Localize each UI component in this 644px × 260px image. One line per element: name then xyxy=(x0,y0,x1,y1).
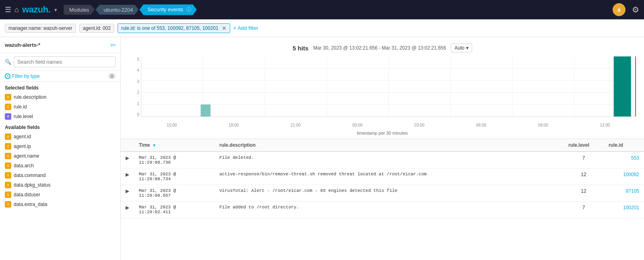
menu-icon[interactable]: ☰ xyxy=(5,5,11,14)
expand-icon[interactable]: ▶ xyxy=(126,155,129,161)
th-rule-id: rule.id xyxy=(604,139,644,152)
data-table: Time ▼ rule.description rule.level rule.… xyxy=(121,139,644,218)
field-rule-id[interactable]: t rule.id xyxy=(0,102,120,112)
x-label-3: 00:00 xyxy=(326,123,388,127)
field-type-t-icon: t xyxy=(5,182,11,188)
field-type-hash-icon: # xyxy=(5,113,11,120)
main-layout: wazuh-alerts-* ⇦ 🔍 ≡ Filter by type 0 Se… xyxy=(0,37,644,260)
filter-rule-id-close[interactable]: ✕ xyxy=(222,25,227,31)
nav-chevron-icon[interactable]: ▾ xyxy=(54,7,57,13)
breadcrumb-agent[interactable]: ubuntu-2204 xyxy=(95,5,138,15)
filter-type-button[interactable]: ≡ Filter by type xyxy=(5,73,40,79)
svg-rect-12 xyxy=(200,104,211,116)
field-data-dpkg[interactable]: t data.dpkg_status xyxy=(0,180,120,190)
field-data-extra[interactable]: t data.extra_data xyxy=(0,200,120,209)
breadcrumb-modules[interactable]: Modules xyxy=(64,5,95,15)
table-body: ▶ Mar 31, 2023 @ 11:29:08.736 File delet… xyxy=(121,152,644,218)
chart-header: 5 hits Mar 30, 2023 @ 13:02:21.656 - Mar… xyxy=(129,44,636,52)
table-row: ▶ Mar 31, 2023 @ 11:29:08.734 active-res… xyxy=(121,168,644,185)
cell-time-1: Mar 31, 2023 @ 11:29:08.734 xyxy=(134,168,215,185)
top-nav: ☰ ⌂ wazuh. ▾ Modules ubuntu-2204 Securit… xyxy=(0,0,644,19)
sidebar-search-container: 🔍 xyxy=(0,53,120,71)
cell-desc-0: File deleted. xyxy=(215,152,564,168)
chart-y-axis: 5 4 3 2 1 0 xyxy=(129,56,141,117)
field-type-t-icon: t xyxy=(5,153,11,159)
field-type-t-icon: t xyxy=(5,143,11,150)
expand-icon[interactable]: ▶ xyxy=(126,172,129,177)
chart-area xyxy=(141,56,636,117)
chart-grid xyxy=(141,56,636,116)
add-filter-button[interactable]: + Add filter xyxy=(233,25,258,31)
cell-time-0: Mar 31, 2023 @ 11:29:08.736 xyxy=(134,152,215,168)
search-icon: 🔍 xyxy=(5,59,11,65)
breadcrumbs: Modules ubuntu-2204 Security events ⓘ xyxy=(64,4,198,15)
expand-icon[interactable]: ▶ xyxy=(126,205,129,210)
cell-desc-2: VirusTotal: Alert - /root/eicar.com - 65… xyxy=(215,185,564,202)
rule-id-link-2[interactable]: 87105 xyxy=(626,188,639,194)
rule-id-link-0[interactable]: 553 xyxy=(631,155,639,161)
field-data-dstuser[interactable]: t data.dstuser xyxy=(0,190,120,200)
table-container: Time ▼ rule.description rule.level rule.… xyxy=(121,139,644,218)
field-agent-id[interactable]: t agent.id xyxy=(0,132,120,141)
table-row: ▶ Mar 31, 2023 @ 11:29:08.657 VirusTotal… xyxy=(121,185,644,202)
rule-id-link-1[interactable]: 100092 xyxy=(623,172,639,177)
chevron-down-icon: ▾ xyxy=(466,45,469,51)
avatar[interactable]: a xyxy=(613,3,625,16)
chart-container: 5 hits Mar 30, 2023 @ 13:02:21.656 - Mar… xyxy=(121,37,644,139)
filter-count-badge: 0 xyxy=(108,73,116,79)
content-area: 5 hits Mar 30, 2023 @ 13:02:21.656 - Mar… xyxy=(121,37,644,260)
logo: wazuh. xyxy=(22,4,50,15)
cell-level-2: 12 xyxy=(564,185,604,202)
hits-count: 5 hits xyxy=(293,45,308,52)
info-icon: ⓘ xyxy=(186,7,191,12)
rule-id-link-3[interactable]: 100201 xyxy=(623,205,639,210)
cell-time-2: Mar 31, 2023 @ 11:29:08.657 xyxy=(134,185,215,202)
field-data-arch[interactable]: t data.arch xyxy=(0,161,120,171)
filter-rule-id[interactable]: rule.id: is one of 553, 100092, 87105, 1… xyxy=(118,23,230,33)
breadcrumb-security-events[interactable]: Security events ⓘ xyxy=(139,4,197,15)
collapse-icon[interactable]: ⇦ xyxy=(110,41,116,49)
th-description: rule.description xyxy=(215,139,564,152)
filter-type-row: ≡ Filter by type 0 xyxy=(0,71,120,82)
field-agent-name[interactable]: t agent.name xyxy=(0,151,120,161)
filter-type-icon: ≡ xyxy=(5,73,10,79)
sidebar: wazuh-alerts-* ⇦ 🔍 ≡ Filter by type 0 Se… xyxy=(0,37,121,260)
field-rule-description[interactable]: t rule.description xyxy=(0,92,120,102)
filter-bar: manager.name: wazuh-server agent.id: 002… xyxy=(0,19,644,37)
sidebar-header: wazuh-alerts-* ⇦ xyxy=(0,37,120,53)
field-type-t-icon: t xyxy=(5,162,11,169)
th-expand xyxy=(121,139,134,152)
cell-level-1: 12 xyxy=(564,168,604,185)
index-name[interactable]: wazuh-alerts-* xyxy=(5,42,40,48)
field-type-t-icon: t xyxy=(5,94,11,100)
settings-icon[interactable]: ⚙ xyxy=(632,5,639,15)
filter-agent-id[interactable]: agent.id: 002 xyxy=(79,24,114,33)
field-type-t-icon: t xyxy=(5,104,11,110)
x-label-4: 03:00 xyxy=(388,123,450,127)
th-time[interactable]: Time ▼ xyxy=(134,139,215,152)
cell-id-1: 100092 xyxy=(604,168,644,185)
field-type-t-icon: t xyxy=(5,133,11,140)
expand-icon[interactable]: ▶ xyxy=(126,188,129,194)
available-fields-label: Available fields xyxy=(0,121,120,132)
cell-desc-3: File added to /root directory. xyxy=(215,202,564,218)
field-type-t-icon: t xyxy=(5,191,11,198)
cell-id-0: 553 xyxy=(604,152,644,168)
search-input[interactable] xyxy=(14,56,116,67)
field-type-t-icon: t xyxy=(5,201,11,208)
table-header: Time ▼ rule.description rule.level rule.… xyxy=(121,139,644,152)
th-level: rule.level xyxy=(564,139,604,152)
cell-id-2: 87105 xyxy=(604,185,644,202)
chart-wrap: 5 4 3 2 1 0 xyxy=(129,56,636,129)
home-icon[interactable]: ⌂ xyxy=(14,6,19,14)
x-label-5: 06:00 xyxy=(450,123,512,127)
field-agent-ip[interactable]: t agent.ip xyxy=(0,141,120,151)
filter-manager-name[interactable]: manager.name: wazuh-server xyxy=(5,24,76,33)
x-label-1: 18:00 xyxy=(203,123,265,127)
field-data-command[interactable]: t data.command xyxy=(0,171,120,180)
field-list: Selected fields t rule.description t rul… xyxy=(0,82,120,260)
field-rule-level[interactable]: # rule.level xyxy=(0,112,120,121)
cell-time-3: Mar 31, 2023 @ 11:29:02.411 xyxy=(134,202,215,218)
x-label-2: 21:00 xyxy=(265,123,327,127)
auto-select[interactable]: Auto ▾ xyxy=(451,44,472,52)
